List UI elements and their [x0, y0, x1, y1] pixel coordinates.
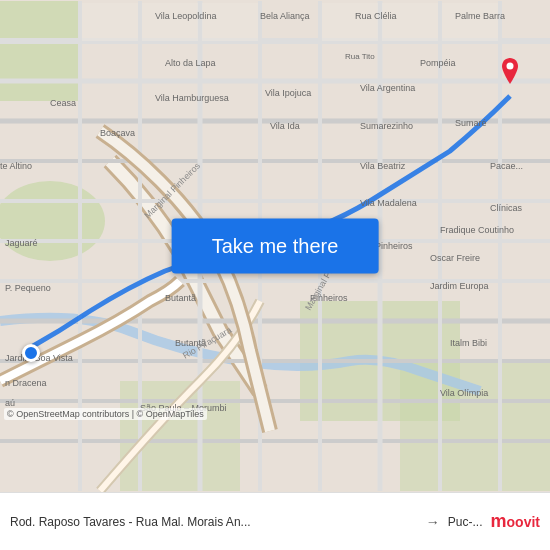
svg-text:aú: aú	[5, 398, 15, 408]
svg-text:Sumaré: Sumaré	[455, 118, 487, 128]
svg-text:Vila Olímpia: Vila Olímpia	[440, 388, 488, 398]
svg-rect-1	[0, 1, 80, 101]
svg-text:Pacae...: Pacae...	[490, 161, 523, 171]
svg-text:Vila Hamburguesa: Vila Hamburguesa	[155, 93, 229, 103]
svg-text:Alto da Lapa: Alto da Lapa	[165, 58, 216, 68]
map-attribution: © OpenStreetMap contributors | © OpenMap…	[4, 408, 207, 420]
svg-text:Jaguaré: Jaguaré	[5, 238, 38, 248]
route-from-label: Rod. Raposo Tavares - Rua Mal. Morais An…	[10, 515, 418, 529]
arrow-icon: →	[426, 514, 440, 530]
svg-text:Bela Aliança: Bela Aliança	[260, 11, 310, 21]
take-me-there-button[interactable]: Take me there	[172, 219, 379, 274]
svg-text:Jardim Europa: Jardim Europa	[430, 281, 489, 291]
svg-text:Rua Clélia: Rua Clélia	[355, 11, 397, 21]
svg-text:Rua Tito: Rua Tito	[345, 52, 375, 61]
svg-text:Pompéia: Pompéia	[420, 58, 456, 68]
moovit-logo-text: oovit	[507, 514, 540, 530]
svg-rect-25	[82, 3, 138, 41]
svg-rect-26	[142, 3, 198, 41]
svg-text:Pinheiros: Pinheiros	[375, 241, 413, 251]
svg-text:Ceasa: Ceasa	[50, 98, 76, 108]
svg-rect-27	[202, 3, 258, 41]
svg-text:Boaçava: Boaçava	[100, 128, 135, 138]
svg-text:P. Pequeno: P. Pequeno	[5, 283, 51, 293]
svg-rect-3	[400, 361, 550, 491]
destination-marker	[498, 58, 522, 94]
svg-text:n Dracena: n Dracena	[5, 378, 47, 388]
svg-text:Butantã: Butantã	[165, 293, 196, 303]
svg-point-4	[0, 181, 105, 261]
svg-text:Sumarezinho: Sumarezinho	[360, 121, 413, 131]
svg-point-69	[507, 63, 514, 70]
svg-rect-28	[322, 3, 378, 41]
svg-text:Palme Barra: Palme Barra	[455, 11, 505, 21]
svg-rect-29	[382, 3, 438, 41]
bottom-bar: Rod. Raposo Tavares - Rua Mal. Morais An…	[0, 492, 550, 550]
moovit-logo: m oovit	[491, 511, 540, 532]
svg-text:Vila Madalena: Vila Madalena	[360, 198, 417, 208]
svg-text:te Altino: te Altino	[0, 161, 32, 171]
svg-rect-30	[442, 3, 498, 41]
svg-text:Vila Leopoldina: Vila Leopoldina	[155, 11, 216, 21]
svg-text:Vila Argentina: Vila Argentina	[360, 83, 415, 93]
svg-text:Oscar Freire: Oscar Freire	[430, 253, 480, 263]
svg-text:Vila Beatriz: Vila Beatriz	[360, 161, 406, 171]
svg-text:Fradique Coutinho: Fradique Coutinho	[440, 225, 514, 235]
app: Bela Aliança Vila Leopoldina Rua Clélia …	[0, 0, 550, 550]
svg-text:Vila Ipojuca: Vila Ipojuca	[265, 88, 311, 98]
route-to-label: Puc-...	[448, 515, 483, 529]
svg-text:Italm Bibi: Italm Bibi	[450, 338, 487, 348]
moovit-logo-icon: m	[491, 511, 507, 532]
svg-text:Vila Ida: Vila Ida	[270, 121, 300, 131]
svg-text:Clínicas: Clínicas	[490, 203, 523, 213]
origin-marker	[22, 344, 40, 362]
map-container: Bela Aliança Vila Leopoldina Rua Clélia …	[0, 0, 550, 492]
